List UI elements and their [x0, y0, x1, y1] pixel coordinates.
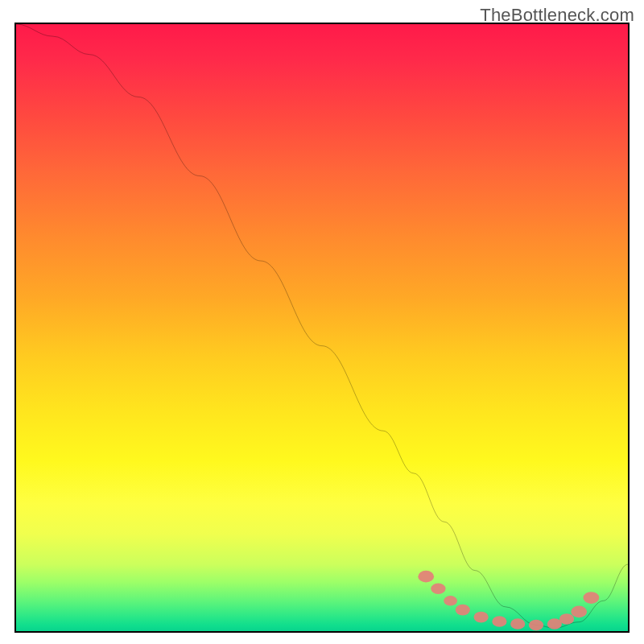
chart-plot-area: [14, 23, 630, 633]
curve-marker: [431, 583, 445, 594]
curve-marker: [473, 612, 488, 623]
watermark-text: TheBottleneck.com: [480, 5, 634, 26]
curve-marker: [584, 592, 600, 604]
curve-marker: [456, 605, 470, 616]
bottleneck-curve-path: [16, 24, 628, 628]
curve-marker: [510, 618, 525, 630]
bottleneck-curve-svg: [16, 24, 628, 631]
curve-marker: [559, 613, 574, 625]
chart-container: TheBottleneck.com: [0, 0, 644, 644]
curve-marker: [571, 606, 587, 618]
curve-marker: [492, 616, 506, 627]
curve-marker: [444, 596, 457, 605]
curve-markers-group: [418, 571, 599, 630]
curve-marker: [529, 620, 543, 631]
curve-marker: [418, 571, 434, 583]
